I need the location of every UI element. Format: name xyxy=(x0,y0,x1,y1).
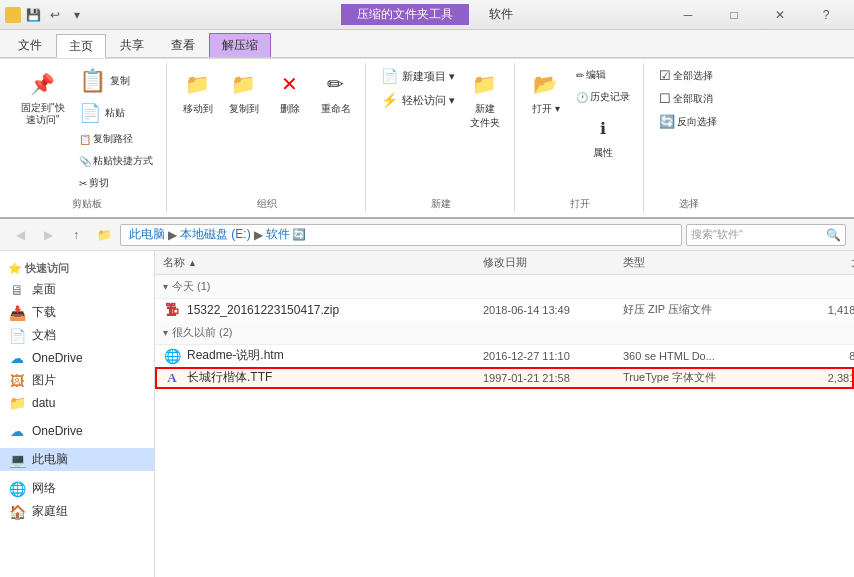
search-box[interactable]: 搜索"软件" 🔍 xyxy=(686,224,846,246)
paste-shortcut-icon: 📎 xyxy=(79,156,91,167)
delete-icon: ✕ xyxy=(274,68,306,100)
back-button[interactable]: ◀ xyxy=(8,223,32,247)
group-longago-label: 很久以前 (2) xyxy=(172,325,233,340)
sidebar-label-homegroup: 家庭组 xyxy=(32,503,68,520)
file-row-readme[interactable]: 🌐 Readme-说明.htm 2016-12-27 11:10 360 se … xyxy=(155,345,854,367)
close-button[interactable]: ✕ xyxy=(757,0,803,30)
sidebar-label-network: 网络 xyxy=(32,480,56,497)
sidebar-item-pictures[interactable]: 🖼 图片 xyxy=(0,369,154,392)
tab-extract[interactable]: 解压缩 xyxy=(209,33,271,57)
pictures-icon: 🖼 xyxy=(8,373,26,389)
history-button[interactable]: 🕐 历史记录 xyxy=(571,87,635,107)
properties-label: 属性 xyxy=(593,146,613,160)
address-input[interactable]: 此电脑 ▶ 本地磁盘 (E:) ▶ 软件 🔄 xyxy=(120,224,682,246)
sidebar-item-onedrive2[interactable]: ☁ OneDrive xyxy=(0,420,154,442)
open-button[interactable]: 📂 打开 ▾ xyxy=(525,65,567,119)
group-today-expand[interactable]: ▾ xyxy=(163,281,168,292)
paste-shortcut-label: 粘贴快捷方式 xyxy=(93,154,153,168)
zip-filename: 15322_20161223150417.zip xyxy=(187,303,483,317)
delete-button[interactable]: ✕ 删除 xyxy=(269,65,311,119)
col-type-header[interactable]: 类型 xyxy=(623,255,783,270)
maximize-button[interactable]: □ xyxy=(711,0,757,30)
save-qa-button[interactable]: 💾 xyxy=(23,5,43,25)
sidebar-item-datu[interactable]: 📁 datu xyxy=(0,392,154,414)
homegroup-icon: 🏠 xyxy=(8,504,26,520)
forward-button[interactable]: ▶ xyxy=(36,223,60,247)
zip-icon: 🗜 xyxy=(163,301,181,319)
copy-path-button[interactable]: 📋 复制路径 xyxy=(74,129,158,149)
col-name-header[interactable]: 名称 ▲ xyxy=(163,255,483,270)
copy-button[interactable]: 📋 复制 xyxy=(74,65,158,97)
sidebar-item-network[interactable]: 🌐 网络 xyxy=(0,477,154,500)
new-folder-icon: 📁 xyxy=(469,68,501,100)
clipboard-label: 剪贴板 xyxy=(72,193,102,211)
datu-icon: 📁 xyxy=(8,395,26,411)
font-icon: A xyxy=(163,369,181,387)
breadcrumb-sep-2: ▶ xyxy=(254,228,263,242)
address-bar: ◀ ▶ ↑ 📁 此电脑 ▶ 本地磁盘 (E:) ▶ 软件 🔄 搜索"软件" 🔍 xyxy=(0,219,854,251)
copy-to-label: 复制到 xyxy=(229,102,259,116)
easy-access-label: 轻松访问 ▾ xyxy=(402,93,455,108)
file-row-zip[interactable]: 🗜 15322_20161223150417.zip 2018-06-14 13… xyxy=(155,299,854,321)
tab-home[interactable]: 主页 xyxy=(56,34,106,58)
help-button[interactable]: ? xyxy=(803,0,849,30)
readme-filename: Readme-说明.htm xyxy=(187,347,483,364)
sidebar-label-desktop: 桌面 xyxy=(32,281,56,298)
breadcrumb-folder[interactable]: 软件 xyxy=(264,226,292,243)
file-row-font[interactable]: A 长城行楷体.TTF 1997-01-21 21:58 TrueType 字体… xyxy=(155,367,854,389)
sidebar-item-homegroup[interactable]: 🏠 家庭组 xyxy=(0,500,154,523)
app-icon xyxy=(5,7,21,23)
rename-button[interactable]: ✏ 重命名 xyxy=(315,65,357,119)
sidebar-item-this-pc[interactable]: 💻 此电脑 xyxy=(0,448,154,471)
paste-button[interactable]: 📄 粘贴 xyxy=(74,99,158,127)
breadcrumb-pc[interactable]: 此电脑 xyxy=(127,226,167,243)
sidebar-item-downloads[interactable]: 📥 下载 xyxy=(0,301,154,324)
properties-button[interactable]: ℹ 属性 xyxy=(571,109,635,163)
sidebar-item-documents[interactable]: 📄 文档 xyxy=(0,324,154,347)
open-group-label: 打开 xyxy=(570,193,590,211)
quick-access-section: ⭐ 快速访问 xyxy=(0,255,154,278)
downloads-icon: 📥 xyxy=(8,305,26,321)
onedrive1-icon: ☁ xyxy=(8,350,26,366)
select-all-button[interactable]: ☑ 全部选择 xyxy=(654,65,724,86)
copy-path-label: 复制路径 xyxy=(93,132,133,146)
select-content: ☑ 全部选择 ☐ 全部取消 🔄 反向选择 xyxy=(654,65,724,193)
col-date-header[interactable]: 修改日期 xyxy=(483,255,623,270)
tab-share[interactable]: 共享 xyxy=(107,33,157,57)
ribbon-group-new: 📄 新建项目 ▾ ⚡ 轻松访问 ▾ 📁 新建文件夹 新建 xyxy=(368,63,515,213)
name-col-label: 名称 xyxy=(163,255,185,270)
qa-dropdown-button[interactable]: ▾ xyxy=(67,5,87,25)
paste-shortcut-button[interactable]: 📎 粘贴快捷方式 xyxy=(74,151,158,171)
col-size-header[interactable]: 大小 xyxy=(783,255,854,270)
breadcrumb-drive[interactable]: 本地磁盘 (E:) xyxy=(178,226,253,243)
pin-button[interactable]: 📌 固定到"快速访问" xyxy=(16,65,70,129)
sidebar-label-this-pc: 此电脑 xyxy=(32,451,68,468)
copy-to-button[interactable]: 📁 复制到 xyxy=(223,65,265,119)
organize-label: 组织 xyxy=(257,193,277,211)
tab-view[interactable]: 查看 xyxy=(158,33,208,57)
sidebar-item-desktop[interactable]: 🖥 桌面 xyxy=(0,278,154,301)
refresh-icon[interactable]: 🔄 xyxy=(292,228,306,241)
new-item-button[interactable]: 📄 新建项目 ▾ xyxy=(376,65,460,87)
select-none-button[interactable]: ☐ 全部取消 xyxy=(654,88,724,109)
edit-button[interactable]: ✏ 编辑 xyxy=(571,65,635,85)
move-to-button[interactable]: 📁 移动到 xyxy=(177,65,219,119)
history-label: 历史记录 xyxy=(590,90,630,104)
tab-file[interactable]: 文件 xyxy=(5,33,55,57)
up-button[interactable]: ↑ xyxy=(64,223,88,247)
new-item-label: 新建项目 ▾ xyxy=(402,69,455,84)
ribbon-bar: 📌 固定到"快速访问" 📋 复制 📄 粘贴 📋 复制路径 📎 xyxy=(0,59,854,219)
minimize-button[interactable]: ─ xyxy=(665,0,711,30)
cut-button[interactable]: ✂ 剪切 xyxy=(74,173,158,193)
sidebar-item-onedrive1[interactable]: ☁ OneDrive xyxy=(0,347,154,369)
sidebar-label-documents: 文档 xyxy=(32,327,56,344)
group-longago-expand[interactable]: ▾ xyxy=(163,327,168,338)
documents-icon: 📄 xyxy=(8,328,26,344)
undo-qa-button[interactable]: ↩ xyxy=(45,5,65,25)
easy-access-button[interactable]: ⚡ 轻松访问 ▾ xyxy=(376,89,460,111)
new-folder-button[interactable]: 📁 新建文件夹 xyxy=(464,65,506,133)
new-folder-label: 新建文件夹 xyxy=(470,102,500,130)
font-size: 2,381 KB xyxy=(783,372,854,384)
zip-date: 2018-06-14 13:49 xyxy=(483,304,623,316)
invert-select-button[interactable]: 🔄 反向选择 xyxy=(654,111,724,132)
